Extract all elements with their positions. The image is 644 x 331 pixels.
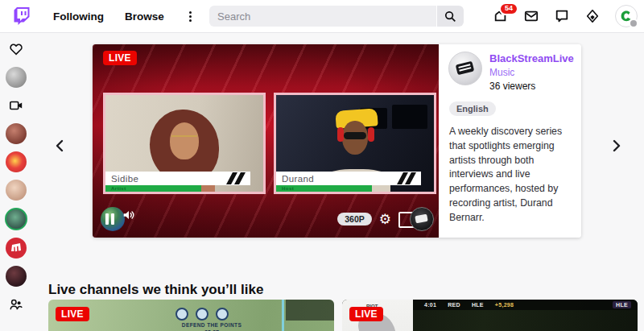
- more-menu-icon[interactable]: [184, 9, 198, 23]
- envelope-icon: [524, 9, 539, 23]
- language-tag[interactable]: English: [449, 101, 496, 116]
- left-sidebar: [0, 32, 32, 331]
- twitch-glitch-icon: [12, 6, 31, 26]
- featured-stream-player[interactable]: Sidibe Artist: [93, 44, 439, 238]
- top-nav: Following Browse 54: [0, 0, 644, 33]
- section-title: Live channels we think you’ll like: [48, 282, 263, 298]
- host-name: Durand: [282, 174, 314, 184]
- search-input[interactable]: [209, 6, 436, 27]
- gem-icon: [585, 9, 600, 23]
- sidebar-channel-avatar-1[interactable]: [6, 123, 27, 144]
- sidebar-channel-avatar-3[interactable]: [6, 180, 27, 201]
- nav-following[interactable]: Following: [53, 10, 104, 23]
- chat-icon[interactable]: [554, 8, 570, 24]
- host-camera-frame: Durand Host: [274, 93, 436, 194]
- recommended-channels-icon[interactable]: [6, 294, 27, 315]
- pause-button[interactable]: [105, 213, 114, 225]
- chevron-right-icon: [609, 139, 622, 152]
- channel-logo-mini: [410, 207, 434, 231]
- match-scoreboard: 4:01 RED HLE +5,298 HLE: [413, 300, 638, 310]
- gold-diff: +5,298: [495, 302, 514, 308]
- volume-button[interactable]: [122, 208, 136, 225]
- sidebar-channel-avatar-4-live[interactable]: [5, 208, 27, 230]
- nameplate-slashes: [229, 172, 242, 184]
- channel-name-link[interactable]: BlackStreamLive: [489, 52, 574, 64]
- live-badge: LIVE: [349, 307, 383, 321]
- host-nameplate: Durand Host: [276, 172, 421, 192]
- channel-avatar[interactable]: [448, 52, 482, 85]
- stream-info-panel: BlackStreamLive Music 36 viewers English…: [439, 44, 581, 238]
- player-controls-right: 360P ⚙: [337, 207, 434, 231]
- live-channel-thumbnail-2[interactable]: RIOT 4:01 RED HLE +5,298 HLE LIVE: [342, 300, 638, 331]
- live-badge: LIVE: [56, 307, 89, 321]
- search-button[interactable]: [436, 6, 464, 27]
- objective-orbs: [175, 308, 229, 321]
- main-content: Sidibe Artist: [32, 32, 644, 331]
- guest-nameplate: Sidibe Artist: [105, 172, 250, 192]
- sidebar-channel-avatar-riot[interactable]: [6, 238, 27, 259]
- sidebar-channel-avatar-offline[interactable]: [6, 67, 27, 88]
- team-badge: HLE: [613, 301, 631, 308]
- bits-icon[interactable]: [584, 8, 601, 24]
- presence-dot: [629, 19, 638, 28]
- twitch-logo[interactable]: [11, 6, 32, 27]
- carousel-prev-button[interactable]: [50, 135, 71, 156]
- match-time: 4:01: [424, 302, 436, 308]
- search-icon: [444, 10, 456, 23]
- activity-feed-icon[interactable]: 54: [493, 8, 509, 24]
- live-channels-row: LIVE DEFEND THE POINTS 28:07 RIOT 4:01 R…: [48, 300, 638, 331]
- chevron-left-icon: [54, 139, 67, 152]
- player-controls-left: [101, 205, 157, 231]
- notification-count-badge: 54: [499, 2, 518, 15]
- guest-camera-frame: Sidibe Artist: [103, 93, 266, 194]
- videos-camera-icon[interactable]: [6, 95, 27, 116]
- speech-bubble-icon: [555, 9, 569, 23]
- guest-name: Sidibe: [111, 174, 138, 184]
- quality-badge[interactable]: 360P: [337, 213, 372, 225]
- stream-description: A weekly discovery series that spotlight…: [449, 125, 573, 225]
- sidebar-channel-avatar-5[interactable]: [6, 266, 27, 287]
- nameplate-slashes: [400, 172, 413, 184]
- profile-avatar[interactable]: [615, 5, 638, 27]
- featured-stream-card: Sidibe Artist: [93, 44, 581, 238]
- guest-role: Artist: [111, 186, 126, 191]
- nav-browse[interactable]: Browse: [125, 10, 164, 23]
- sidebar-channel-avatar-2-logo[interactable]: [6, 151, 27, 172]
- carousel-next-button[interactable]: [605, 135, 626, 156]
- category-link[interactable]: Music: [489, 67, 574, 78]
- speaker-icon: [122, 208, 136, 222]
- watch-on-channel-button[interactable]: [398, 207, 434, 231]
- team-right-name: HLE: [472, 302, 484, 308]
- live-badge: LIVE: [103, 51, 137, 65]
- viewer-count: 36 viewers: [489, 81, 574, 92]
- host-role: Host: [282, 186, 294, 191]
- whispers-icon[interactable]: [523, 8, 539, 24]
- search-bar: [209, 6, 464, 27]
- settings-gear-icon[interactable]: ⚙: [379, 213, 391, 226]
- objective-text: DEFEND THE POINTS: [167, 322, 256, 328]
- team-left-name: RED: [448, 302, 460, 308]
- following-heart-icon[interactable]: [6, 39, 27, 60]
- live-channel-thumbnail-1[interactable]: LIVE DEFEND THE POINTS 28:07: [48, 300, 334, 331]
